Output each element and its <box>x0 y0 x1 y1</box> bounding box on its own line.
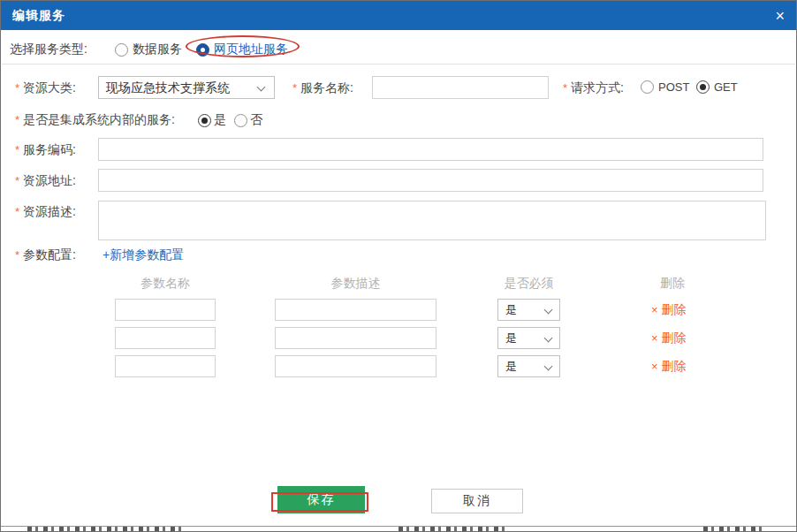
save-button[interactable]: 保存 <box>277 486 365 513</box>
radio-post[interactable]: POST <box>641 80 689 94</box>
edit-service-dialog: 编辑服务 × 选择服务类型: 数据服务 网页地址服务 *资源大类: 现场应急技术… <box>0 0 797 532</box>
radio-internal-yes[interactable]: 是 <box>198 112 226 128</box>
resource-category-select[interactable]: 现场应急技术支撑系统 <box>98 76 275 99</box>
radio-web-address-service[interactable]: 网页地址服务 <box>196 42 288 57</box>
dialog-title: 编辑服务 <box>12 8 65 24</box>
param-desc-input[interactable] <box>275 299 436 321</box>
radio-unselected-icon[interactable] <box>115 43 128 57</box>
resource-category-value: 现场应急技术支撑系统 <box>99 77 274 98</box>
delete-param-link[interactable]: ×删除 <box>651 302 687 318</box>
param-table-header-required: 是否必须 <box>497 276 560 292</box>
delete-x-icon: × <box>651 360 658 373</box>
service-name-input[interactable] <box>372 76 549 99</box>
background-text-artifact <box>27 527 182 531</box>
service-code-input[interactable] <box>98 138 763 161</box>
radio-internal-no-label[interactable]: 否 <box>250 112 262 128</box>
resource-category-label: *资源大类: <box>15 76 76 100</box>
dialog-titlebar: 编辑服务 × <box>1 1 796 30</box>
delete-param-link[interactable]: ×删除 <box>651 331 687 346</box>
background-text-artifact <box>703 527 765 531</box>
request-method-label: *请求方式: <box>563 76 624 100</box>
radio-unselected-icon[interactable] <box>641 80 654 94</box>
radio-internal-yes-label[interactable]: 是 <box>214 112 226 128</box>
radio-data-service-label[interactable]: 数据服务 <box>133 42 182 57</box>
close-icon[interactable]: × <box>775 8 785 24</box>
param-table-header-delete: 删除 <box>641 276 703 292</box>
separator-line <box>2 64 795 65</box>
service-code-label: *服务编码: <box>15 138 76 162</box>
delete-x-icon: × <box>651 331 658 345</box>
resource-address-label: *资源地址: <box>15 169 76 193</box>
param-config-label: *参数配置: <box>15 245 76 265</box>
service-type-label: 选择服务类型: <box>10 37 87 60</box>
radio-get[interactable]: GET <box>696 80 738 94</box>
delete-param-link[interactable]: ×删除 <box>651 359 687 375</box>
param-desc-input[interactable] <box>275 355 436 377</box>
radio-internal-no[interactable]: 否 <box>234 112 262 128</box>
resource-description-textarea[interactable] <box>98 201 766 240</box>
radio-web-address-service-label[interactable]: 网页地址服务 <box>214 42 288 57</box>
internal-service-label: *是否是集成系统内部的服务: <box>15 108 175 132</box>
radio-unselected-icon[interactable] <box>234 114 247 127</box>
param-name-input[interactable] <box>115 327 216 349</box>
param-table-header-name: 参数名称 <box>115 276 216 292</box>
param-name-input[interactable] <box>115 299 216 321</box>
radio-selected-icon[interactable] <box>696 80 710 94</box>
param-name-input[interactable] <box>115 355 216 377</box>
resource-address-input[interactable] <box>98 169 763 192</box>
param-table-header-desc: 参数描述 <box>275 276 436 292</box>
param-desc-input[interactable] <box>275 327 436 349</box>
delete-x-icon: × <box>651 303 658 316</box>
radio-selected-icon[interactable] <box>196 43 209 57</box>
radio-selected-icon[interactable] <box>198 114 211 127</box>
param-required-select[interactable]: 是 <box>497 299 560 321</box>
param-required-select[interactable]: 是 <box>497 355 560 377</box>
resource-description-label: *资源描述: <box>15 200 76 224</box>
radio-data-service[interactable]: 数据服务 <box>115 42 182 57</box>
add-param-config-link[interactable]: +新增参数配置 <box>102 247 184 263</box>
background-text-artifact <box>398 527 509 531</box>
cancel-button[interactable]: 取消 <box>431 489 523 513</box>
param-required-select[interactable]: 是 <box>497 327 560 349</box>
radio-get-label[interactable]: GET <box>714 80 738 94</box>
service-name-label: *服务名称: <box>292 76 353 100</box>
radio-post-label[interactable]: POST <box>658 80 689 94</box>
